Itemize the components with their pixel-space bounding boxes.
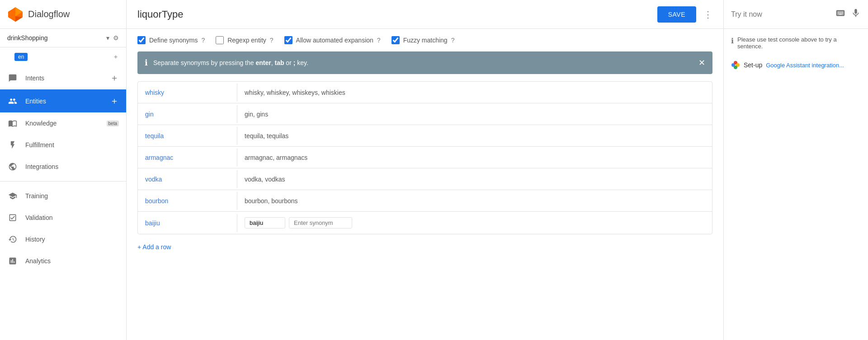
agent-dropdown-icon[interactable]: ▾ — [106, 34, 109, 42]
synonym-text: armagnac, armagnacs — [245, 154, 307, 161]
sidebar-item-knowledge[interactable]: Knowledge beta — [0, 112, 126, 134]
google-assistant-row: Set-up Google Assistant integration... — [731, 61, 861, 70]
logo: Dialogflow — [0, 0, 126, 29]
entity-synonyms: bourbon, bourbons — [237, 192, 712, 210]
entity-name[interactable]: baijiu — [138, 214, 237, 232]
entity-synonyms[interactable] — [237, 212, 712, 234]
fuzzy-matching-label: Fuzzy matching — [403, 37, 448, 44]
allow-expansion-checkbox[interactable] — [284, 36, 292, 44]
synonym-text: tequila, tequilas — [245, 132, 288, 140]
synonym-entry-input[interactable] — [289, 217, 352, 228]
keyboard-icon[interactable] — [835, 8, 845, 20]
knowledge-label: Knowledge — [25, 120, 105, 127]
fulfillment-icon — [7, 140, 18, 150]
synonym-text: gin, gins — [245, 111, 268, 118]
try-icons — [835, 8, 861, 20]
integrations-icon — [7, 161, 18, 172]
entities-label: Entities — [25, 98, 110, 105]
sidebar-item-history[interactable]: History — [0, 228, 126, 250]
try-header — [724, 0, 868, 29]
sidebar-item-analytics[interactable]: Analytics — [0, 250, 126, 272]
sidebar-item-fulfillment[interactable]: Fulfillment — [0, 134, 126, 156]
history-icon — [7, 234, 18, 245]
entity-name[interactable]: armagnac — [138, 149, 237, 167]
define-synonyms-help-icon[interactable]: ? — [201, 37, 205, 44]
table-row: vodka vodka, vodkas — [138, 168, 712, 190]
table-row: whisky whisky, whiskey, whiskeys, whiski… — [138, 82, 712, 103]
regexp-entity-help-icon[interactable]: ? — [270, 37, 274, 44]
analytics-label: Analytics — [25, 257, 119, 265]
ga-setup-text: Set-up — [744, 61, 762, 69]
more-icon[interactable]: ⋮ — [703, 9, 712, 20]
entities-add-button[interactable]: ＋ — [110, 95, 119, 107]
sidebar-item-entities[interactable]: Entities ＋ — [0, 89, 126, 112]
entity-synonyms: armagnac, armagnacs — [237, 149, 712, 167]
fuzzy-matching-option: Fuzzy matching ? — [392, 36, 455, 44]
logo-text: Dialogflow — [28, 9, 70, 19]
agent-name: drinkShopping — [7, 34, 106, 42]
integrations-label: Integrations — [25, 163, 119, 170]
info-banner-close-button[interactable]: ✕ — [698, 58, 705, 68]
entity-editor: Define synonyms ? Regexp entity ? Allow … — [127, 29, 723, 340]
agent-settings-icon[interactable]: ⚙ — [113, 34, 119, 42]
define-synonyms-checkbox[interactable] — [137, 36, 146, 44]
table-row: armagnac armagnac, armagnacs — [138, 147, 712, 168]
lang-row: en ＋ — [0, 47, 126, 66]
main-content: liquorType SAVE ⋮ Define synonyms ? Rege… — [127, 0, 723, 340]
entity-name[interactable]: tequila — [138, 127, 237, 145]
try-info-text: Please use test console above to try a s… — [737, 36, 861, 50]
training-icon — [7, 191, 18, 201]
regexp-entity-label: Regexp entity — [227, 37, 266, 44]
synonym-text: whisky, whiskey, whiskeys, whiskies — [245, 89, 345, 96]
try-info-message: ℹ Please use test console above to try a… — [731, 36, 861, 50]
agent-row: drinkShopping ▾ ⚙ — [0, 29, 126, 47]
sidebar-item-intents[interactable]: Intents ＋ — [0, 66, 126, 89]
try-panel: ℹ Please use test console above to try a… — [723, 0, 868, 340]
regexp-entity-checkbox[interactable] — [216, 36, 224, 44]
svg-marker-2 — [15, 16, 23, 22]
fuzzy-matching-help-icon[interactable]: ? — [451, 37, 455, 44]
entity-name[interactable]: whisky — [138, 84, 237, 102]
add-row-button[interactable]: + Add a row — [137, 238, 171, 256]
define-synonyms-option: Define synonyms ? — [137, 36, 205, 44]
entity-synonyms: whisky, whiskey, whiskeys, whiskies — [237, 84, 712, 102]
sidebar-item-validation[interactable]: Validation — [0, 207, 126, 228]
save-button[interactable]: SAVE — [657, 6, 696, 23]
synonym-text: vodka, vodkas — [245, 176, 285, 183]
entities-icon — [7, 96, 18, 107]
info-banner: ℹ Separate synonyms by pressing the ente… — [137, 51, 712, 74]
main-header: liquorType SAVE ⋮ — [127, 0, 723, 29]
intents-icon — [7, 73, 18, 84]
intents-add-icon[interactable]: ＋ — [110, 72, 119, 84]
validation-label: Validation — [25, 214, 119, 221]
page-title: liquorType — [137, 9, 657, 20]
table-row: baijiu — [138, 212, 712, 234]
define-synonyms-label: Define synonyms — [149, 37, 198, 44]
ga-setup-link[interactable]: Google Assistant integration... — [766, 62, 844, 69]
lang-add-icon[interactable]: ＋ — [113, 53, 119, 61]
entity-synonyms: vodka, vodkas — [237, 170, 712, 188]
knowledge-icon — [7, 118, 18, 129]
lang-badge[interactable]: en — [14, 53, 28, 61]
synonym-chip-input[interactable] — [245, 217, 285, 228]
fuzzy-matching-checkbox[interactable] — [392, 36, 400, 44]
options-bar: Define synonyms ? Regexp entity ? Allow … — [137, 36, 712, 44]
info-banner-text: Separate synonyms by pressing the enter,… — [153, 59, 693, 66]
dialogflow-logo-icon — [7, 6, 24, 23]
entity-name[interactable]: gin — [138, 105, 237, 123]
synonym-text: bourbon, bourbons — [245, 197, 298, 205]
sidebar-item-training[interactable]: Training — [0, 185, 126, 207]
sidebar-item-integrations[interactable]: Integrations — [0, 156, 126, 177]
intents-label: Intents — [25, 75, 110, 82]
table-row: tequila tequila, tequilas — [138, 125, 712, 147]
fulfillment-label: Fulfillment — [25, 141, 119, 149]
allow-expansion-option: Allow automated expansion ? — [284, 36, 381, 44]
try-body: ℹ Please use test console above to try a… — [724, 29, 868, 340]
try-input[interactable] — [731, 10, 835, 19]
allow-expansion-help-icon[interactable]: ? — [377, 37, 381, 44]
mic-icon[interactable] — [851, 8, 861, 20]
svg-point-6 — [734, 65, 737, 69]
entity-name[interactable]: bourbon — [138, 192, 237, 210]
entity-name[interactable]: vodka — [138, 170, 237, 188]
table-row: bourbon bourbon, bourbons — [138, 190, 712, 212]
